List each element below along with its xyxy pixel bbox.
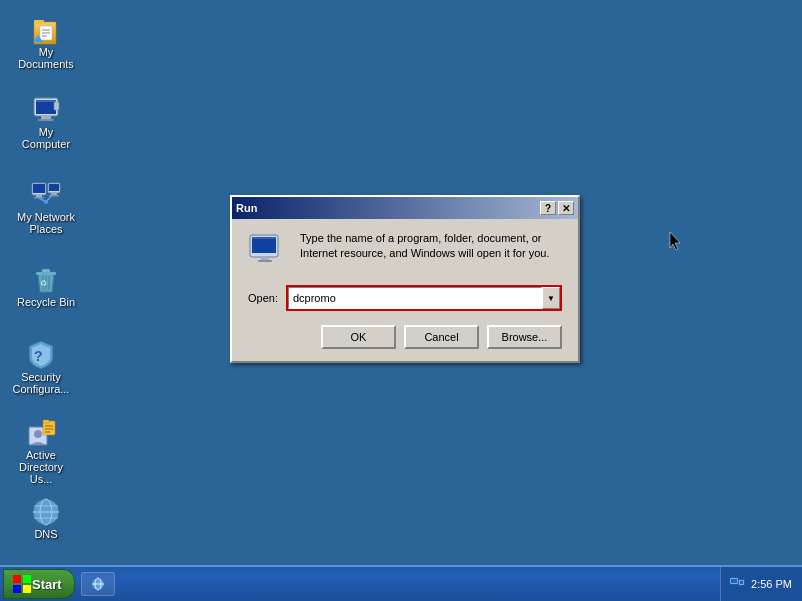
svg-rect-10 — [41, 116, 51, 119]
my-computer-svg — [30, 94, 62, 126]
my-network-label: My Network Places — [14, 211, 78, 235]
dns-label: DNS — [34, 528, 57, 540]
tray-network-icon — [729, 576, 745, 592]
dialog-title: Run — [236, 202, 257, 214]
svg-rect-15 — [33, 184, 45, 193]
cancel-button[interactable]: Cancel — [404, 325, 479, 349]
my-network-svg — [30, 179, 62, 211]
run-icon — [248, 231, 288, 271]
svg-rect-11 — [38, 119, 54, 121]
windows-logo — [12, 574, 32, 594]
recycle-bin-svg: ♻ — [30, 264, 62, 296]
start-button[interactable]: Start — [3, 569, 75, 599]
dialog-buttons: OK Cancel Browse... — [248, 325, 562, 349]
svg-rect-13 — [54, 102, 59, 110]
ie-taskbar-item[interactable] — [81, 572, 115, 596]
tray-time: 2:56 PM — [747, 578, 796, 590]
svg-rect-12 — [36, 100, 56, 102]
dialog-controls: ? ✕ — [540, 201, 574, 215]
dialog-content: Type the name of a program, folder, docu… — [232, 219, 578, 361]
run-input[interactable] — [288, 287, 542, 309]
dns-svg — [30, 496, 62, 528]
my-documents-label: My Documents — [14, 46, 78, 70]
taskbar-tray: 2:56 PM — [720, 567, 802, 601]
active-directory-icon[interactable]: Active Directory Us... — [5, 413, 77, 489]
svg-rect-26 — [42, 269, 50, 273]
dialog-top: Type the name of a program, folder, docu… — [248, 231, 562, 271]
svg-rect-49 — [13, 575, 21, 583]
svg-point-33 — [34, 430, 42, 438]
my-documents-svg — [30, 14, 62, 46]
recycle-bin-label: Recycle Bin — [17, 296, 75, 308]
desktop: My Documents My Computer — [0, 0, 802, 565]
recycle-bin-icon[interactable]: ♻ Recycle Bin — [10, 260, 82, 312]
browse-button[interactable]: Browse... — [487, 325, 562, 349]
security-config-label: Security Configura... — [9, 371, 73, 395]
dialog-close-button[interactable]: ✕ — [558, 201, 574, 215]
my-computer-label: My Computer — [14, 126, 78, 150]
security-svg: ? — [25, 339, 57, 371]
ie-icon — [90, 576, 106, 592]
my-network-icon[interactable]: My Network Places — [10, 175, 82, 239]
ok-button[interactable]: OK — [321, 325, 396, 349]
svg-rect-51 — [13, 585, 21, 593]
svg-rect-59 — [740, 581, 743, 584]
svg-text:♻: ♻ — [40, 279, 47, 288]
start-label: Start — [32, 577, 62, 592]
cursor — [668, 230, 682, 252]
svg-rect-52 — [23, 585, 31, 593]
svg-text:?: ? — [34, 348, 43, 364]
svg-rect-35 — [43, 420, 49, 423]
dialog-titlebar: Run ? ✕ — [232, 197, 578, 219]
dialog-help-button[interactable]: ? — [540, 201, 556, 215]
svg-rect-19 — [49, 184, 59, 191]
security-config-icon[interactable]: ? Security Configura... — [5, 335, 77, 399]
active-directory-label: Active Directory Us... — [9, 449, 73, 485]
run-dialog: Run ? ✕ Type the name of a program, fold… — [230, 195, 580, 363]
dropdown-button[interactable]: ▼ — [542, 287, 560, 309]
svg-rect-45 — [252, 237, 276, 253]
taskbar: Start 2:56 PM — [0, 565, 802, 601]
dialog-input-row: Open: ▼ — [248, 285, 562, 311]
svg-rect-47 — [258, 260, 272, 262]
dns-icon[interactable]: DNS — [10, 492, 82, 544]
svg-rect-16 — [36, 195, 42, 197]
active-directory-svg — [25, 417, 57, 449]
svg-rect-46 — [261, 257, 269, 260]
my-computer-icon[interactable]: My Computer — [10, 90, 82, 154]
my-documents-icon[interactable]: My Documents — [10, 10, 82, 74]
input-wrapper: ▼ — [286, 285, 562, 311]
svg-rect-48 — [252, 237, 276, 239]
svg-point-24 — [44, 200, 48, 204]
taskbar-items — [75, 572, 720, 596]
svg-rect-2 — [34, 20, 44, 24]
svg-rect-50 — [23, 575, 31, 583]
svg-rect-9 — [36, 100, 56, 114]
dialog-description: Type the name of a program, folder, docu… — [300, 231, 549, 262]
svg-rect-57 — [731, 579, 737, 583]
open-label: Open: — [248, 292, 278, 304]
